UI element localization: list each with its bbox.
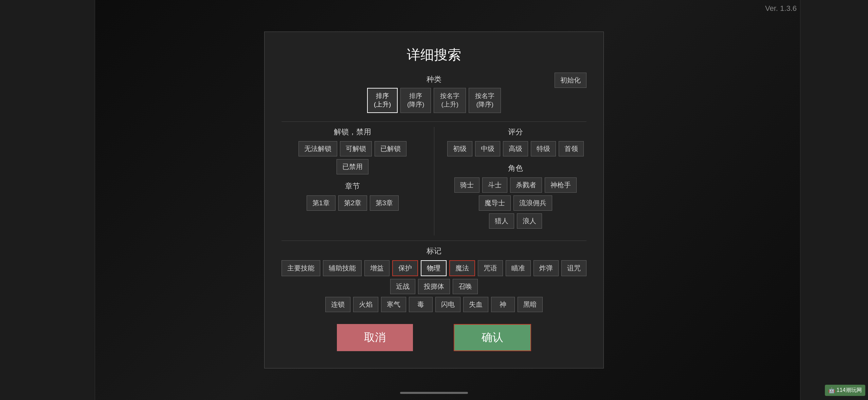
confirm-button[interactable]: 确认 (454, 324, 531, 351)
tag-magic[interactable]: 魔法 (449, 260, 475, 276)
tag-bomb[interactable]: 炸弹 (534, 260, 559, 276)
tags-label: 标记 (282, 246, 586, 256)
unlock-section: 解锁，禁用 无法解锁 可解锁 已解锁 已禁用 (282, 127, 424, 174)
score-mid-button[interactable]: 中级 (475, 141, 500, 156)
tag-lightning[interactable]: 闪电 (435, 297, 460, 312)
sort-desc-button[interactable]: 排序(降序) (400, 88, 431, 113)
tag-throw[interactable]: 投掷体 (418, 279, 450, 294)
score-special-button[interactable]: 特级 (531, 141, 556, 156)
tag-protect[interactable]: 保护 (392, 260, 418, 276)
role-killer-button[interactable]: 杀戮者 (510, 177, 542, 193)
two-col-section: 解锁，禁用 无法解锁 可解锁 已解锁 已禁用 章节 第1章 第2章 第3章 (282, 127, 586, 235)
unlock-able-button[interactable]: 可解锁 (340, 141, 372, 156)
tag-fire[interactable]: 火焰 (353, 297, 378, 312)
logo-badge: 🤖 114潮玩网 (825, 385, 865, 396)
role-label: 角色 (445, 163, 587, 173)
score-boss-button[interactable]: 首领 (559, 141, 584, 156)
logo-text: 114潮玩网 (836, 387, 862, 394)
role-buttons-row2: 猎人 浪人 (445, 213, 587, 229)
sort-buttons: 排序(上升) 排序(降序) 按名字(上升) 按名字(降序) (367, 88, 501, 113)
tag-buff[interactable]: 增益 (364, 260, 390, 276)
sort-section: 种类 排序(上升) 排序(降序) 按名字(上升) 按名字(降序) (282, 74, 586, 113)
tag-aux-skill[interactable]: 辅助技能 (323, 260, 362, 276)
tag-chain[interactable]: 连锁 (325, 297, 350, 312)
tag-divine[interactable]: 神 (491, 297, 515, 312)
divider1 (282, 121, 586, 122)
unlock-done-button[interactable]: 已解锁 (375, 141, 406, 156)
logo-icon: 🤖 (828, 387, 835, 394)
bottom-buttons: 取消 确认 (282, 324, 586, 351)
role-fighter-button[interactable]: 斗士 (482, 177, 507, 193)
tag-bleed[interactable]: 失血 (463, 297, 488, 312)
init-button[interactable]: 初始化 (555, 73, 586, 88)
tags-row1: 主要技能 辅助技能 增益 保护 物理 魔法 咒语 瞄准 炸弹 诅咒 近战 投掷体… (282, 260, 586, 294)
unlock-buttons: 无法解锁 可解锁 已解锁 已禁用 (282, 141, 424, 174)
score-label: 评分 (445, 127, 587, 137)
role-wanderer-button[interactable]: 浪人 (517, 213, 542, 229)
chapter1-button[interactable]: 第1章 (307, 195, 336, 211)
role-gunner-button[interactable]: 神枪手 (545, 177, 577, 193)
tag-main-skill[interactable]: 主要技能 (282, 260, 320, 276)
chapter3-button[interactable]: 第3章 (370, 195, 399, 211)
chapter-buttons: 第1章 第2章 第3章 (282, 195, 424, 211)
score-buttons: 初级 中级 高级 特级 首领 (445, 141, 587, 156)
tag-melee[interactable]: 近战 (390, 279, 415, 294)
role-knight-button[interactable]: 骑士 (454, 177, 480, 193)
left-column: 解锁，禁用 无法解锁 可解锁 已解锁 已禁用 章节 第1章 第2章 第3章 (282, 127, 434, 235)
tag-aim[interactable]: 瞄准 (506, 260, 531, 276)
role-buttons-row1: 骑士 斗士 杀戮者 神枪手 魔导士 流浪佣兵 (445, 177, 587, 211)
tag-curse[interactable]: 咒语 (478, 260, 503, 276)
unlock-none-button[interactable]: 无法解锁 (299, 141, 337, 156)
role-mage-button[interactable]: 魔导士 (479, 195, 511, 211)
score-section: 评分 初级 中级 高级 特级 首领 (445, 127, 587, 156)
role-hunter-button[interactable]: 猎人 (489, 213, 514, 229)
scroll-indicator (400, 392, 468, 394)
divider2 (282, 241, 586, 241)
chapter-section: 章节 第1章 第2章 第3章 (282, 181, 424, 211)
tags-row2: 连锁 火焰 寒气 毒 闪电 失血 神 黑暗 (282, 297, 586, 312)
init-button-wrap: 初始化 (555, 73, 586, 88)
unlock-disabled-button[interactable]: 已禁用 (337, 159, 368, 174)
name-desc-button[interactable]: 按名字(降序) (469, 88, 501, 113)
tag-summon[interactable]: 召唤 (453, 279, 478, 294)
tag-jinx[interactable]: 诅咒 (561, 260, 586, 276)
sort-label: 种类 (427, 74, 441, 84)
name-asc-button[interactable]: 按名字(上升) (434, 88, 466, 113)
tag-cold[interactable]: 寒气 (381, 297, 406, 312)
role-merc-button[interactable]: 流浪佣兵 (513, 195, 552, 211)
modal-title: 详细搜索 (282, 45, 586, 64)
right-column: 评分 初级 中级 高级 特级 首领 角色 骑士 斗士 杀戮者 (434, 127, 587, 235)
sort-asc-button[interactable]: 排序(上升) (367, 88, 398, 113)
cancel-button[interactable]: 取消 (337, 324, 413, 351)
tag-physical[interactable]: 物理 (421, 260, 447, 276)
chapter-label: 章节 (282, 181, 424, 191)
chapter2-button[interactable]: 第2章 (338, 195, 367, 211)
score-basic-button[interactable]: 初级 (447, 141, 472, 156)
unlock-label: 解锁，禁用 (282, 127, 424, 137)
role-section: 角色 骑士 斗士 杀戮者 神枪手 魔导士 流浪佣兵 猎人 浪人 (445, 163, 587, 229)
tags-section: 标记 主要技能 辅助技能 增益 保护 物理 魔法 咒语 瞄准 炸弹 诅咒 近战 … (282, 246, 586, 312)
search-modal: 详细搜索 初始化 种类 排序(上升) 排序(降序) 按名字(上升) 按名字(降序… (264, 32, 604, 368)
score-high-button[interactable]: 高级 (503, 141, 528, 156)
tag-dark[interactable]: 黑暗 (518, 297, 543, 312)
modal-overlay: 详细搜索 初始化 种类 排序(上升) 排序(降序) 按名字(上升) 按名字(降序… (0, 0, 868, 400)
tag-poison[interactable]: 毒 (409, 297, 433, 312)
